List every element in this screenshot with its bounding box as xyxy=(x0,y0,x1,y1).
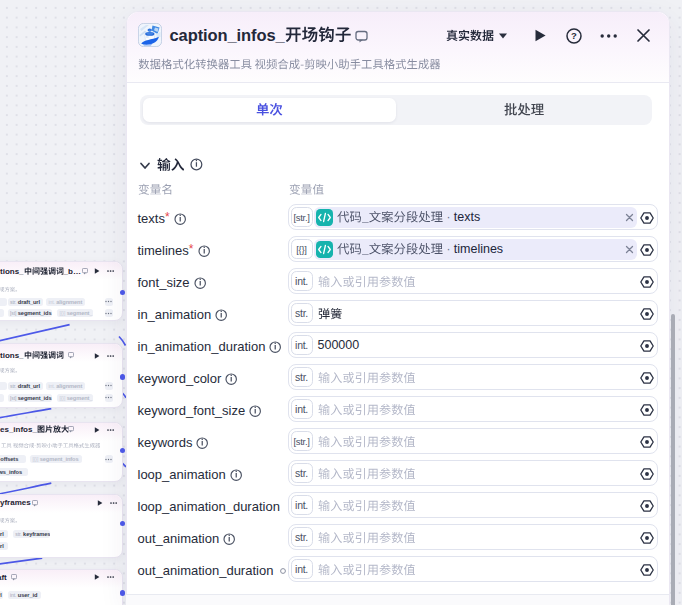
svg-text:?: ? xyxy=(571,30,577,41)
